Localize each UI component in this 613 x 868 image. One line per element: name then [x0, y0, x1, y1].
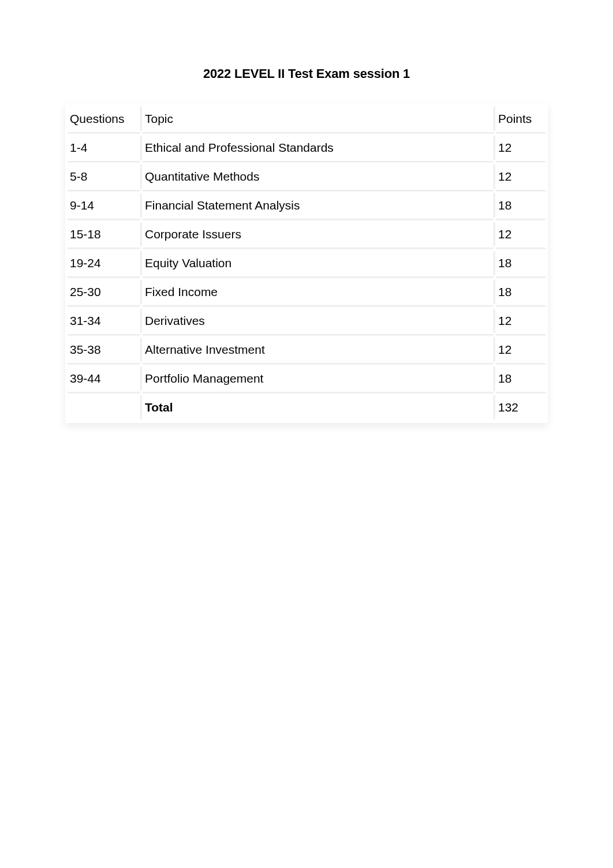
cell-topic: Portfolio Management: [141, 364, 495, 393]
cell-points: 18: [495, 278, 547, 306]
cell-points: 12: [495, 306, 547, 335]
cell-questions: 31-34: [66, 306, 141, 335]
table-row: 9-14 Financial Statement Analysis 18: [66, 191, 547, 220]
header-questions: Questions: [66, 104, 141, 133]
table-row: 25-30 Fixed Income 18: [66, 278, 547, 306]
cell-points: 12: [495, 133, 547, 162]
table-row: 35-38 Alternative Investment 12: [66, 335, 547, 364]
table-row: 1-4 Ethical and Professional Standards 1…: [66, 133, 547, 162]
cell-points: 12: [495, 162, 547, 191]
cell-points: 12: [495, 335, 547, 364]
cell-questions: 1-4: [66, 133, 141, 162]
cell-topic: Fixed Income: [141, 278, 495, 306]
page-title: 2022 LEVEL II Test Exam session 1: [66, 66, 547, 81]
total-label: Total: [141, 393, 495, 422]
cell-topic: Financial Statement Analysis: [141, 191, 495, 220]
cell-points: 18: [495, 191, 547, 220]
cell-topic: Ethical and Professional Standards: [141, 133, 495, 162]
cell-questions: 9-14: [66, 191, 141, 220]
table-row: 19-24 Equity Valuation 18: [66, 249, 547, 278]
cell-topic: Derivatives: [141, 306, 495, 335]
cell-topic: Equity Valuation: [141, 249, 495, 278]
cell-points: 18: [495, 364, 547, 393]
cell-topic: Alternative Investment: [141, 335, 495, 364]
cell-questions: 5-8: [66, 162, 141, 191]
topics-table: Questions Topic Points 1-4 Ethical and P…: [66, 104, 547, 422]
table-row: 15-18 Corporate Issuers 12: [66, 220, 547, 249]
total-points: 132: [495, 393, 547, 422]
table-row: 5-8 Quantitative Methods 12: [66, 162, 547, 191]
document-page: 2022 LEVEL II Test Exam session 1 Questi…: [0, 0, 613, 422]
cell-questions: 35-38: [66, 335, 141, 364]
cell-questions: 39-44: [66, 364, 141, 393]
cell-points: 18: [495, 249, 547, 278]
table-total-row: Total 132: [66, 393, 547, 422]
header-topic: Topic: [141, 104, 495, 133]
total-questions: [66, 393, 141, 422]
cell-questions: 15-18: [66, 220, 141, 249]
cell-topic: Corporate Issuers: [141, 220, 495, 249]
table-row: 39-44 Portfolio Management 18: [66, 364, 547, 393]
cell-topic: Quantitative Methods: [141, 162, 495, 191]
header-points: Points: [495, 104, 547, 133]
cell-questions: 25-30: [66, 278, 141, 306]
cell-questions: 19-24: [66, 249, 141, 278]
table-row: 31-34 Derivatives 12: [66, 306, 547, 335]
table-header-row: Questions Topic Points: [66, 104, 547, 133]
cell-points: 12: [495, 220, 547, 249]
